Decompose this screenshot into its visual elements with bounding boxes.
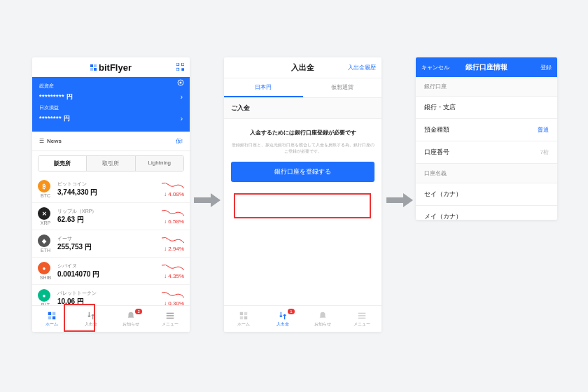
badge: 1 xyxy=(288,309,294,314)
coin-row[interactable]: ◆ETHイーサ255,753 円↓ 2.94% xyxy=(32,230,190,258)
balance-value: ********* 円 xyxy=(39,92,74,102)
coin-symbol: SHIB xyxy=(38,275,53,280)
screenshot-bank-form: キャンセル 銀行口座情報 登録 銀行口座 銀行・支店 預金種類 普通 口座番号 … xyxy=(416,57,557,220)
sparkline-icon xyxy=(162,236,184,244)
section-deposit: ご入金 xyxy=(224,98,382,119)
coin-icon: ✕ xyxy=(38,207,50,220)
screenshot-deposit: 入出金 入出金履歴 日本円 仮想通貨 ご入金 入金するためには銀行口座登録が必要… xyxy=(224,57,382,332)
coin-change: ↓ 4.08% xyxy=(146,191,184,197)
bottom-nav: ホーム 入出金 2 お知らせ メニュー xyxy=(32,305,190,332)
svg-rect-12 xyxy=(240,316,243,318)
sparkline-icon xyxy=(162,290,184,299)
bottom-nav: ホーム 1 入出金 お知らせ メニュー xyxy=(224,305,382,332)
nav-notice[interactable]: お知らせ xyxy=(303,306,342,332)
register-prompt: 入金するためには銀行口座登録が必要です 登録銀行口座と、振込元銀行口座を照合して… xyxy=(224,119,382,192)
svg-rect-3 xyxy=(181,68,184,71)
coin-row[interactable]: ✕XRPリップル（XRP）62.63 円↓ 6.58% xyxy=(32,203,190,230)
coin-icon: ● xyxy=(38,262,50,274)
coin-change: ↓ 4.35% xyxy=(146,273,184,279)
app-header: bitFlyer xyxy=(32,57,190,77)
svg-rect-6 xyxy=(48,312,51,314)
svg-rect-10 xyxy=(240,312,243,314)
section-holder: 口座名義 xyxy=(416,164,557,183)
sparkline-icon xyxy=(162,209,184,217)
tab-sales[interactable]: 販売所 xyxy=(38,156,87,171)
tab-jpy[interactable]: 日本円 xyxy=(224,78,303,97)
nav-home[interactable]: ホーム xyxy=(224,306,263,332)
svg-rect-11 xyxy=(244,312,247,314)
section-bank: 銀行口座 xyxy=(416,77,557,97)
svg-rect-9 xyxy=(52,316,55,318)
tab-exchange[interactable]: 取引所 xyxy=(87,156,135,171)
coin-symbol: ETH xyxy=(38,248,53,253)
coin-row[interactable]: ●SHIBシバイヌ0.0014070 円↓ 4.35% xyxy=(32,258,190,285)
coin-name: パレットトークン xyxy=(57,290,142,297)
account-number-placeholder: 7桁 xyxy=(540,148,549,156)
sparkline-icon xyxy=(162,263,184,272)
account-type-value: 普通 xyxy=(538,126,549,134)
screenshot-home: bitFlyer 総資産 ********* 円 › 日次損益 ********… xyxy=(32,57,190,332)
arrow-right-icon xyxy=(194,193,220,207)
coin-price: 255,753 円 xyxy=(57,242,142,252)
page-title: 銀行口座情報 xyxy=(465,62,507,72)
coin-price: 3,744,330 円 xyxy=(57,188,142,197)
svg-rect-13 xyxy=(244,316,247,318)
svg-rect-0 xyxy=(176,63,179,66)
qr-icon[interactable] xyxy=(176,63,184,71)
nav-notice[interactable]: 2 お知らせ xyxy=(111,306,150,332)
pnl-label: 日次損益 xyxy=(39,104,183,111)
arrow-right-icon xyxy=(386,193,413,207)
chevron-right-icon: › xyxy=(181,115,183,122)
coin-row[interactable]: ₿BTCビットコイン3,744,330 円↓ 4.08% xyxy=(32,176,190,203)
coin-price: 62.63 円 xyxy=(57,215,142,225)
news-bar[interactable]: ☰ News 仮! xyxy=(32,132,190,151)
tab-lightning[interactable]: Lightning xyxy=(136,156,183,171)
prompt-desc: 登録銀行口座と、振込元銀行口座を照合して入金を反映する為、銀行口座のご登録が必要… xyxy=(231,142,374,155)
svg-rect-8 xyxy=(48,316,51,318)
sparkline-icon xyxy=(162,181,184,190)
submit-button[interactable]: 登録 xyxy=(540,64,552,71)
tab-crypto[interactable]: 仮想通貨 xyxy=(303,78,382,97)
coin-icon: ₿ xyxy=(38,180,50,192)
brand-logo: bitFlyer xyxy=(90,62,132,73)
coin-name: イーサ xyxy=(57,235,142,242)
svg-rect-7 xyxy=(52,312,55,314)
nav-home[interactable]: ホーム xyxy=(32,306,71,332)
balance-card[interactable]: 総資産 ********* 円 › 日次損益 ******** 円 › xyxy=(32,77,190,132)
brand-text: bitFlyer xyxy=(99,62,132,73)
row-account-number[interactable]: 口座番号 7桁 xyxy=(416,141,557,164)
pnl-value: ******** 円 xyxy=(39,114,71,123)
row-lastname-kana[interactable]: セイ（カナ） xyxy=(416,183,557,206)
market-tabs: 販売所 取引所 Lightning xyxy=(38,155,184,172)
news-icon: ☰ xyxy=(39,138,44,144)
cancel-button[interactable]: キャンセル xyxy=(421,64,449,71)
nav-menu[interactable]: メニュー xyxy=(342,306,382,332)
prompt-title: 入金するためには銀行口座登録が必要です xyxy=(231,129,374,136)
nav-deposit[interactable]: 1 入出金 xyxy=(263,306,302,332)
coin-name: リップル（XRP） xyxy=(57,208,142,215)
svg-rect-1 xyxy=(181,63,184,66)
history-link[interactable]: 入出金履歴 xyxy=(348,64,376,71)
nav-deposit[interactable]: 入出金 xyxy=(71,306,111,332)
row-firstname-kana[interactable]: メイ（カナ） xyxy=(416,206,557,220)
highlight-box xyxy=(234,193,371,218)
coin-change: ↓ 2.94% xyxy=(146,246,184,252)
form-header: キャンセル 銀行口座情報 登録 xyxy=(416,57,557,77)
coin-price: 0.0014070 円 xyxy=(57,270,142,279)
svg-rect-2 xyxy=(176,68,179,71)
coin-icon: ◆ xyxy=(38,234,50,247)
news-link[interactable]: 仮! xyxy=(176,137,183,145)
row-account-type[interactable]: 預金種類 普通 xyxy=(416,119,557,141)
balance-label: 総資産 xyxy=(39,83,183,90)
coin-name: ビットコイン xyxy=(57,181,142,188)
coin-symbol: XRP xyxy=(38,220,53,225)
nav-menu[interactable]: メニュー xyxy=(150,306,190,332)
register-bank-button[interactable]: 銀行口座を登録する xyxy=(231,162,374,182)
badge: 2 xyxy=(135,309,141,314)
currency-tabs: 日本円 仮想通貨 xyxy=(224,78,382,98)
coin-change: ↓ 6.58% xyxy=(146,218,184,225)
chevron-right-icon: › xyxy=(181,93,183,101)
coin-symbol: BTC xyxy=(38,193,53,198)
row-bank-branch[interactable]: 銀行・支店 xyxy=(416,97,557,119)
deposit-header: 入出金 入出金履歴 xyxy=(224,57,382,78)
